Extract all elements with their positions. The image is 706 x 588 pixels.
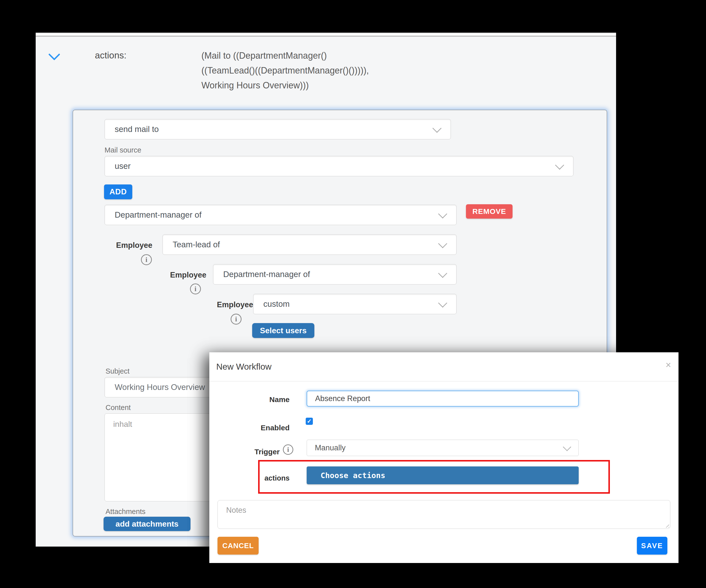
save-button[interactable]: SAVE bbox=[637, 537, 667, 555]
cancel-button[interactable]: CANCEL bbox=[218, 537, 259, 555]
recipient-level4-select[interactable]: custom bbox=[253, 294, 457, 314]
action-type-value: send mail to bbox=[115, 125, 159, 134]
content-placeholder: inhalt bbox=[113, 420, 132, 428]
info-icon[interactable]: i bbox=[190, 284, 201, 294]
trigger-label: Trigger bbox=[224, 448, 280, 456]
employee-label-1: Employee bbox=[110, 241, 152, 250]
screenshot-stage: actions: (Mail to ((DepartmentManager() … bbox=[0, 0, 706, 588]
name-input[interactable]: Absence Report bbox=[307, 391, 579, 407]
modal-title: New Workflow bbox=[216, 362, 272, 372]
add-attachments-button[interactable]: add attachments bbox=[104, 517, 191, 531]
expression-line: (Mail to ((DepartmentManager() bbox=[201, 48, 424, 63]
info-icon[interactable]: i bbox=[141, 254, 152, 265]
actions-row-label: actions: bbox=[95, 50, 127, 61]
content-label: Content bbox=[106, 404, 131, 412]
enabled-label: Enabled bbox=[224, 424, 289, 432]
notes-textarea[interactable]: Notes bbox=[218, 500, 670, 529]
recipient-level4-value: custom bbox=[263, 299, 289, 309]
actions-expression: (Mail to ((DepartmentManager() ((TeamLea… bbox=[201, 48, 424, 93]
mail-source-select[interactable]: user bbox=[105, 156, 574, 176]
employee-label-2: Employee bbox=[163, 270, 206, 280]
select-users-button[interactable]: Select users bbox=[252, 323, 314, 338]
chevron-down-icon bbox=[438, 239, 447, 248]
trigger-value: Manually bbox=[315, 444, 346, 452]
recipient-level3-value: Department-manager of bbox=[223, 269, 310, 279]
enabled-checkbox[interactable]: ✓ bbox=[306, 418, 313, 425]
recipient-level2-value: Team-lead of bbox=[173, 240, 220, 249]
attachments-label: Attachments bbox=[106, 508, 146, 516]
modal-header: New Workflow × bbox=[209, 352, 678, 381]
recipient-level1-select[interactable]: Department-manager of bbox=[105, 205, 457, 225]
trigger-select[interactable]: Manually bbox=[307, 440, 579, 456]
recipient-level2-select[interactable]: Team-lead of bbox=[162, 235, 457, 255]
expression-line: Working Hours Overview))) bbox=[201, 78, 424, 93]
chevron-down-icon bbox=[563, 443, 571, 451]
action-type-select[interactable]: send mail to bbox=[105, 119, 451, 139]
name-label: Name bbox=[224, 395, 289, 404]
subject-value: Working Hours Overview bbox=[115, 382, 205, 392]
expression-line: ((TeamLead()((DepartmentManager()())))), bbox=[201, 63, 424, 78]
check-icon: ✓ bbox=[307, 418, 312, 425]
add-button[interactable]: ADD bbox=[104, 184, 132, 199]
chevron-down-icon bbox=[438, 269, 447, 278]
info-icon[interactable]: i bbox=[231, 314, 241, 325]
choose-actions-button[interactable]: Choose actions bbox=[307, 466, 579, 484]
recipient-level1-value: Department-manager of bbox=[115, 210, 201, 220]
recipient-level3-select[interactable]: Department-manager of bbox=[213, 264, 457, 285]
info-icon[interactable]: i bbox=[283, 445, 293, 455]
new-workflow-modal: New Workflow × Name Absence Report Enabl… bbox=[209, 352, 678, 563]
chevron-down-icon bbox=[438, 299, 447, 308]
actions-label: actions bbox=[224, 474, 289, 482]
close-icon[interactable]: × bbox=[666, 360, 671, 370]
subject-label: Subject bbox=[106, 367, 129, 375]
chevron-down-icon bbox=[555, 161, 564, 170]
employee-label-3: Employee bbox=[211, 300, 253, 309]
collapse-chevron-icon[interactable] bbox=[48, 50, 60, 61]
remove-button[interactable]: REMOVE bbox=[466, 204, 513, 219]
mail-source-label: Mail source bbox=[105, 146, 141, 154]
notes-placeholder: Notes bbox=[226, 506, 246, 514]
chevron-down-icon bbox=[438, 209, 447, 219]
name-value: Absence Report bbox=[315, 394, 370, 403]
chevron-down-icon bbox=[433, 124, 442, 133]
mail-source-value: user bbox=[115, 161, 130, 171]
window-top-strip bbox=[36, 33, 616, 37]
